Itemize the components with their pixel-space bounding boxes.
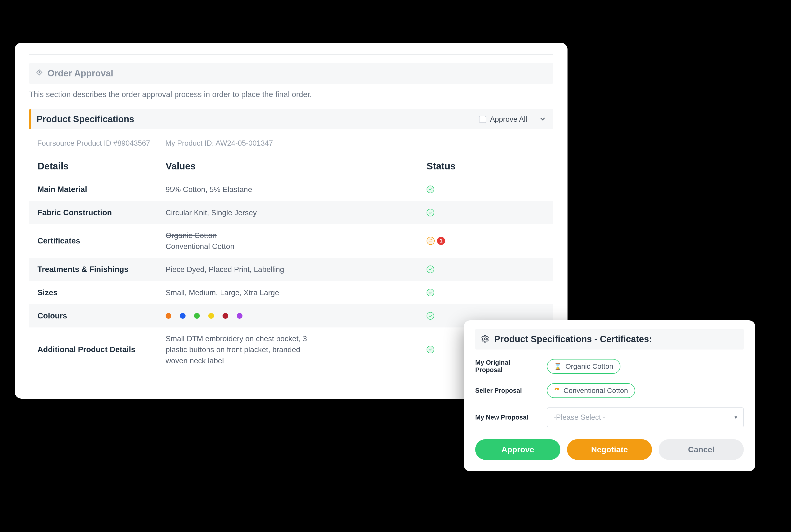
- approve-button[interactable]: Approve: [475, 439, 560, 460]
- check-icon: [427, 209, 434, 216]
- caret-down-icon: ▾: [735, 414, 737, 420]
- row-value: Organic Cotton Conventional Cotton: [166, 230, 427, 252]
- row-value: Circular Knit, Single Jersey: [166, 207, 427, 218]
- divider: [29, 54, 553, 55]
- row-value: [166, 313, 427, 319]
- check-icon: [427, 289, 434, 297]
- product-specifications-bar[interactable]: Product Specifications Approve All: [29, 109, 553, 129]
- check-icon: [427, 312, 434, 320]
- colour-swatch: [166, 313, 171, 319]
- order-approval-description: This section describes the order approva…: [29, 90, 553, 99]
- certificate-proposal-popup: Product Specifications - Certificates: M…: [464, 320, 755, 471]
- row-value: Small DTM embroidery on chest pocket, 3 …: [166, 333, 313, 366]
- hourglass-icon: ⌛: [554, 363, 562, 370]
- popup-actions: Approve Negotiate Cancel: [475, 439, 744, 460]
- check-icon: [427, 186, 434, 193]
- svg-point-1: [484, 338, 487, 340]
- negotiate-button[interactable]: Negotiate: [567, 439, 652, 460]
- original-proposal-chip: ⌛ Organic Cotton: [547, 359, 620, 374]
- seller-proposal-chip: Conventional Cotton: [547, 383, 635, 398]
- colour-swatch: [194, 313, 200, 319]
- order-approval-title: Order Approval: [47, 68, 113, 78]
- row-label: Colours: [38, 311, 166, 320]
- approve-all-label: Approve All: [490, 115, 527, 124]
- table-row: Sizes Small, Medium, Large, Xtra Large: [29, 281, 553, 304]
- popup-title: Product Specifications - Certificates:: [494, 334, 652, 344]
- col-values: Values: [166, 161, 427, 172]
- table-row: Main Material 95% Cotton, 5% Elastane: [29, 178, 553, 201]
- row-label: Additional Product Details: [38, 345, 166, 354]
- colour-swatch: [223, 313, 228, 319]
- colour-swatch: [237, 313, 243, 319]
- chevron-down-icon[interactable]: [539, 115, 547, 124]
- row-value: Piece Dyed, Placed Print, Labelling: [166, 264, 427, 275]
- original-proposal-value: Organic Cotton: [565, 362, 613, 370]
- row-status: [427, 289, 545, 297]
- product-ids: Foursource Product ID #89043567 My Produ…: [37, 139, 553, 148]
- order-approval-header: Order Approval: [29, 63, 553, 84]
- table-header: Details Values Status: [29, 155, 553, 178]
- alert-badge: 1: [437, 237, 445, 245]
- svg-point-0: [39, 72, 40, 73]
- row-label: Fabric Construction: [38, 208, 166, 217]
- check-icon: [427, 346, 434, 353]
- row-value: Small, Medium, Large, Xtra Large: [166, 287, 427, 298]
- row-status: 1: [427, 237, 545, 245]
- row-label: Sizes: [38, 288, 166, 297]
- row-status: [427, 186, 545, 193]
- seller-proposal-row: Seller Proposal Conventional Cotton: [475, 383, 744, 398]
- colour-swatches: [166, 313, 427, 319]
- table-row[interactable]: Certificates Organic Cotton Conventional…: [29, 224, 553, 258]
- table-row: Treatments & Finishings Piece Dyed, Plac…: [29, 258, 553, 281]
- popup-header: Product Specifications - Certificates:: [475, 329, 744, 349]
- certificates-current: Conventional Cotton: [166, 242, 234, 251]
- row-status: [427, 266, 545, 273]
- colour-swatch: [180, 313, 186, 319]
- new-proposal-label: My New Proposal: [475, 414, 539, 421]
- cancel-button[interactable]: Cancel: [659, 439, 744, 460]
- row-label: Certificates: [38, 236, 166, 245]
- row-value: 95% Cotton, 5% Elastane: [166, 184, 427, 195]
- seller-proposal-label: Seller Proposal: [475, 387, 539, 394]
- row-label: Treatments & Finishings: [38, 265, 166, 274]
- select-placeholder: -Please Select -: [554, 413, 605, 422]
- foursource-product-id: Foursource Product ID #89043567: [37, 139, 150, 148]
- new-proposal-select[interactable]: -Please Select - ▾: [547, 407, 744, 428]
- approve-all-control[interactable]: Approve All: [479, 115, 527, 124]
- product-specifications-title: Product Specifications: [31, 114, 134, 124]
- my-product-id: My Product ID: AW24-05-001347: [166, 139, 273, 148]
- gear-icon: [481, 335, 489, 344]
- approve-all-checkbox[interactable]: [479, 116, 486, 123]
- tag-icon: [36, 69, 43, 78]
- new-proposal-row: My New Proposal -Please Select - ▾: [475, 407, 744, 428]
- original-proposal-row: My Original Proposal ⌛ Organic Cotton: [475, 359, 744, 374]
- col-status: Status: [427, 161, 545, 172]
- col-details: Details: [38, 161, 166, 172]
- original-proposal-label: My Original Proposal: [475, 359, 539, 374]
- row-status: [427, 312, 545, 320]
- swap-icon: [427, 237, 435, 245]
- check-icon: [427, 266, 434, 273]
- seller-proposal-value: Conventional Cotton: [563, 386, 628, 395]
- refresh-icon: [554, 386, 560, 395]
- colour-swatch: [208, 313, 214, 319]
- certificates-previous: Organic Cotton: [166, 231, 217, 240]
- row-status: [427, 209, 545, 216]
- table-row: Fabric Construction Circular Knit, Singl…: [29, 201, 553, 224]
- row-label: Main Material: [38, 185, 166, 194]
